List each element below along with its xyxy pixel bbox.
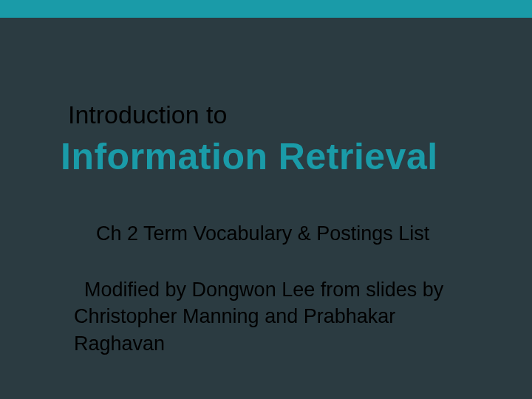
slide-content: Introduction to Information Retrieval Ch…	[0, 18, 532, 357]
chapter-subtitle: Ch 2 Term Vocabulary & Postings List	[96, 222, 488, 245]
slide-title: Information Retrieval	[61, 135, 488, 178]
attribution-line-1: Modified by Dongwon Lee from slides by	[84, 276, 488, 303]
kicker-text: Introduction to	[68, 100, 488, 129]
attribution-block: Modified by Dongwon Lee from slides by C…	[74, 276, 488, 357]
attribution-line-2: Christopher Manning and Prabhakar Raghav…	[74, 303, 488, 357]
top-accent-bar	[0, 0, 532, 18]
